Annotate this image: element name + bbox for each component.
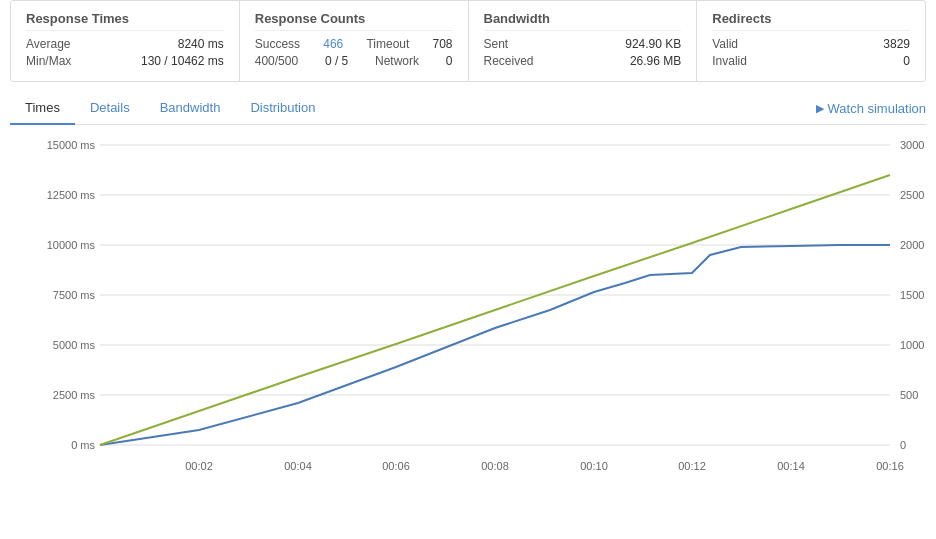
chart-svg: 15000 ms 12500 ms 10000 ms 7500 ms 5000 … xyxy=(10,135,926,495)
svg-text:00:16: 00:16 xyxy=(876,460,904,472)
invalid-value: 0 xyxy=(903,54,910,68)
tab-details[interactable]: Details xyxy=(75,92,145,125)
code400-label: 400/500 xyxy=(255,54,298,68)
watch-simulation-button[interactable]: Watch simulation xyxy=(816,101,927,116)
tab-times[interactable]: Times xyxy=(10,92,75,125)
svg-text:00:08: 00:08 xyxy=(481,460,509,472)
timeout-label: Timeout xyxy=(366,37,409,51)
response-counts-title: Response Counts xyxy=(255,11,453,31)
network-label: Network xyxy=(375,54,419,68)
svg-text:00:12: 00:12 xyxy=(678,460,706,472)
bandwidth-box: Bandwidth Sent 924.90 KB Received 26.96 … xyxy=(469,1,698,81)
invalid-label: Invalid xyxy=(712,54,747,68)
svg-text:00:10: 00:10 xyxy=(580,460,608,472)
svg-text:12500 ms: 12500 ms xyxy=(47,189,96,201)
minmax-label: Min/Max xyxy=(26,54,71,68)
svg-text:500: 500 xyxy=(900,389,918,401)
success-label: Success xyxy=(255,37,300,51)
average-value: 8240 ms xyxy=(178,37,224,51)
count-line xyxy=(100,175,890,445)
response-times-title: Response Times xyxy=(26,11,224,31)
svg-text:2500 ms: 2500 ms xyxy=(53,389,96,401)
received-label: Received xyxy=(484,54,534,68)
svg-text:00:06: 00:06 xyxy=(382,460,410,472)
redirects-title: Redirects xyxy=(712,11,910,31)
svg-text:00:04: 00:04 xyxy=(284,460,312,472)
minmax-value: 130 / 10462 ms xyxy=(141,54,224,68)
average-label: Average xyxy=(26,37,70,51)
svg-text:1000: 1000 xyxy=(900,339,924,351)
svg-text:15000 ms: 15000 ms xyxy=(47,139,96,151)
svg-text:10000 ms: 10000 ms xyxy=(47,239,96,251)
svg-text:0: 0 xyxy=(900,439,906,451)
chart-container: 15000 ms 12500 ms 10000 ms 7500 ms 5000 … xyxy=(10,135,926,495)
valid-label: Valid xyxy=(712,37,738,51)
svg-text:2500: 2500 xyxy=(900,189,924,201)
svg-text:3000: 3000 xyxy=(900,139,924,151)
code400-value: 0 / 5 xyxy=(325,54,348,68)
sent-value: 924.90 KB xyxy=(625,37,681,51)
svg-text:7500 ms: 7500 ms xyxy=(53,289,96,301)
svg-text:2000: 2000 xyxy=(900,239,924,251)
bandwidth-title: Bandwidth xyxy=(484,11,682,31)
sent-label: Sent xyxy=(484,37,509,51)
response-counts-box: Response Counts Success 466 Timeout 708 … xyxy=(240,1,469,81)
success-value: 466 xyxy=(323,37,343,51)
received-value: 26.96 MB xyxy=(630,54,681,68)
svg-text:00:14: 00:14 xyxy=(777,460,805,472)
redirects-box: Redirects Valid 3829 Invalid 0 xyxy=(697,1,925,81)
valid-value: 3829 xyxy=(883,37,910,51)
stats-row: Response Times Average 8240 ms Min/Max 1… xyxy=(10,0,926,82)
svg-text:1500: 1500 xyxy=(900,289,924,301)
response-times-box: Response Times Average 8240 ms Min/Max 1… xyxy=(11,1,240,81)
svg-text:0 ms: 0 ms xyxy=(71,439,95,451)
chart-area: 15000 ms 12500 ms 10000 ms 7500 ms 5000 … xyxy=(10,135,926,495)
network-value: 0 xyxy=(446,54,453,68)
tab-bandwidth[interactable]: Bandwidth xyxy=(145,92,236,125)
timeout-value: 708 xyxy=(432,37,452,51)
svg-text:00:02: 00:02 xyxy=(185,460,213,472)
tab-distribution[interactable]: Distribution xyxy=(235,92,330,125)
tabs-bar: Times Details Bandwidth Distribution Wat… xyxy=(10,92,926,125)
svg-text:5000 ms: 5000 ms xyxy=(53,339,96,351)
